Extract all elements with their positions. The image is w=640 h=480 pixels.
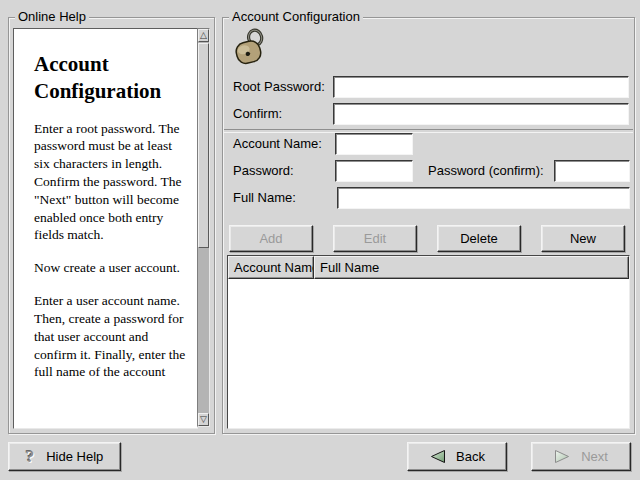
password-confirm-input[interactable] — [554, 160, 630, 182]
installer-window: Online Help Account Configuration Enter … — [0, 0, 640, 480]
new-button-label: New — [570, 231, 596, 246]
help-scrollbar[interactable]: △ ▽ — [197, 28, 210, 427]
triangle-up-icon: △ — [200, 30, 207, 40]
confirm-password-label: Confirm: — [233, 106, 282, 121]
separator — [224, 129, 633, 133]
confirm-password-input[interactable] — [333, 103, 629, 125]
delete-button[interactable]: Delete — [437, 225, 521, 252]
column-header-account-name[interactable]: Account Name — [228, 256, 314, 279]
back-button-label: Back — [456, 449, 485, 464]
help-content: Account Configuration Enter a root passw… — [14, 29, 197, 381]
hide-help-button-label: Hide Help — [46, 449, 103, 464]
scroll-up-button[interactable]: △ — [198, 29, 209, 42]
next-button-label: Next — [581, 449, 608, 464]
account-name-input[interactable] — [335, 133, 413, 155]
online-help-frame: Online Help Account Configuration Enter … — [8, 17, 215, 434]
question-mark-icon: ? — [26, 447, 35, 467]
scroll-down-button[interactable]: ▽ — [198, 413, 209, 426]
help-paragraph: Now create a user account. — [34, 259, 189, 277]
add-button[interactable]: Add — [229, 225, 313, 252]
edit-button[interactable]: Edit — [333, 225, 417, 252]
triangle-down-icon: ▽ — [200, 414, 207, 424]
account-configuration-frame-label: Account Configuration — [229, 9, 363, 24]
help-text-viewport: Account Configuration Enter a root passw… — [13, 28, 198, 429]
password-confirm-label: Password (confirm): — [428, 163, 544, 178]
add-button-label: Add — [259, 231, 282, 246]
password-input[interactable] — [335, 160, 413, 182]
root-password-input[interactable] — [333, 76, 629, 98]
arrow-left-icon — [429, 449, 446, 464]
full-name-input[interactable] — [337, 187, 630, 209]
online-help-frame-label: Online Help — [15, 9, 89, 24]
accounts-table-header: Account Name Full Name — [228, 256, 629, 279]
help-paragraph: Enter a user account name. Then, create … — [34, 292, 189, 381]
account-configuration-frame: Account Configuration Root Password: Con… — [222, 17, 635, 434]
password-label: Password: — [233, 163, 294, 178]
padlock-icon — [231, 28, 273, 71]
help-paragraph: Enter a root password. The password must… — [34, 120, 189, 245]
account-name-label: Account Name: — [233, 136, 322, 151]
next-button[interactable]: Next — [531, 442, 631, 471]
arrow-right-icon — [554, 449, 571, 464]
accounts-table-body[interactable] — [228, 279, 629, 428]
full-name-label: Full Name: — [233, 190, 296, 205]
new-button[interactable]: New — [541, 225, 625, 252]
root-password-label: Root Password: — [233, 79, 325, 94]
edit-button-label: Edit — [364, 231, 386, 246]
accounts-table: Account Name Full Name — [227, 255, 630, 429]
scrollbar-thumb[interactable] — [198, 43, 209, 248]
help-heading: Account Configuration — [34, 51, 189, 106]
hide-help-button[interactable]: ? Hide Help — [8, 442, 121, 471]
delete-button-label: Delete — [460, 231, 498, 246]
back-button[interactable]: Back — [407, 442, 507, 471]
column-header-full-name[interactable]: Full Name — [314, 256, 629, 279]
